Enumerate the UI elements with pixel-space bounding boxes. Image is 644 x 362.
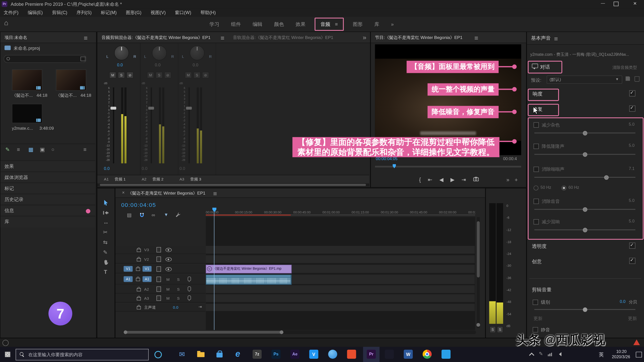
project-clip-3[interactable] — [12, 104, 42, 123]
level-value[interactable]: 0.0 — [620, 299, 626, 304]
clock-time[interactable]: 10:20 — [612, 349, 631, 354]
timeline-tab-close-icon[interactable]: × — [122, 190, 125, 195]
update-label-right[interactable]: 更新 — [628, 316, 637, 322]
target-track-a1[interactable]: A1 — [143, 276, 152, 282]
mixer-overflow-icon[interactable]: » — [363, 34, 367, 41]
menu-clip[interactable]: 剪辑(C) — [48, 8, 71, 17]
track-header-a3[interactable]: A3 M S — [115, 294, 206, 303]
taskbar-app-store[interactable] — [216, 352, 222, 357]
timeline-timecode[interactable]: 00:00:04:05 — [121, 202, 156, 208]
menu-file[interactable]: 文件(F) — [0, 8, 22, 17]
export-frame-icon[interactable] — [473, 176, 479, 185]
program-add-button-icon[interactable]: + — [515, 177, 518, 183]
panel-tab-markers[interactable]: 标记 — [1, 183, 95, 194]
clip-mixer-menu-icon[interactable]: ≡ — [221, 34, 224, 42]
program-menu-icon[interactable]: ≡ — [474, 34, 478, 42]
ripple-edit-tool[interactable]: ↔ — [103, 219, 109, 225]
mic-icon[interactable] — [188, 277, 191, 281]
tabs-overflow-icon[interactable]: » — [386, 18, 399, 31]
track-header-v2[interactable]: V2 — [115, 255, 206, 264]
tab-assembly[interactable]: 组件 — [226, 18, 246, 31]
delete-preset-icon[interactable] — [634, 76, 639, 82]
lane-v3[interactable] — [206, 246, 475, 254]
solo-button[interactable]: S — [177, 296, 180, 300]
lane-a3[interactable] — [206, 294, 475, 303]
solo-button[interactable]: S — [156, 72, 163, 78]
audio-clip[interactable] — [206, 275, 292, 285]
loudness-checkbox[interactable]: ✓ — [629, 90, 635, 96]
track-output-icon[interactable] — [166, 267, 172, 271]
pan-knob[interactable] — [152, 46, 167, 60]
video-clip[interactable]: fx 《鬓边不是海棠红 Winter Begonia》EP1.mp — [206, 265, 292, 273]
clip-mixer-tab[interactable]: 音频剪辑混合器:《鬓边不是海棠红 Winter Begonia》EP1 — [101, 32, 210, 42]
project-panel-menu-icon[interactable]: ≡ — [84, 34, 88, 42]
mixer-hscrollbar[interactable] — [97, 184, 369, 186]
menu-marker[interactable]: 标记(M) — [97, 8, 120, 17]
save-preset-icon[interactable] — [626, 76, 630, 81]
tab-learn[interactable]: 学习 — [205, 18, 224, 31]
search-in-icon[interactable] — [80, 57, 86, 61]
record-off-button[interactable]: ⊘ — [202, 72, 209, 78]
timeline-settings-icon[interactable] — [175, 212, 181, 219]
selection-tool[interactable] — [103, 199, 109, 207]
track-output-icon[interactable] — [166, 257, 172, 261]
track-header-master[interactable]: 主声道 0.0 ⇥ — [115, 304, 206, 311]
timeline-menu-icon[interactable]: ≡ — [213, 190, 217, 197]
taskbar-app-mail[interactable]: ✉ — [179, 350, 185, 359]
step-back-icon[interactable]: ◀ — [439, 176, 443, 185]
sync-lock-icon[interactable] — [156, 247, 161, 252]
solo-button[interactable]: S — [118, 72, 125, 78]
minimize-button[interactable]: — — [595, 1, 611, 5]
program-more-icon[interactable]: » — [506, 177, 509, 183]
edit-icon[interactable]: ✎ — [5, 147, 10, 153]
fader-value[interactable]: 0.0 — [142, 166, 147, 171]
mic-icon[interactable] — [188, 287, 191, 291]
menu-help[interactable]: 帮助(H) — [197, 8, 219, 17]
taskbar-app-7zip[interactable]: 7z — [253, 350, 262, 359]
mute-button[interactable]: M — [109, 72, 116, 78]
program-playhead[interactable] — [393, 164, 396, 168]
level-slider[interactable] — [534, 309, 635, 310]
solo-button[interactable]: S — [177, 287, 180, 291]
essential-sound-tab[interactable]: 基本声音 — [531, 32, 551, 44]
record-off-button[interactable]: ⊘ — [127, 72, 134, 78]
creative-checkbox[interactable]: ✓ — [629, 258, 635, 264]
mark-in-icon[interactable]: { — [419, 176, 421, 185]
sync-lock-icon[interactable] — [156, 287, 161, 292]
mute-button[interactable]: M — [166, 296, 170, 300]
lock-icon[interactable] — [137, 306, 141, 309]
panel-tab-info[interactable]: 信息 — [1, 205, 95, 216]
lane-v2[interactable] — [206, 255, 475, 264]
solo-button[interactable]: S — [177, 277, 180, 282]
tab-libraries[interactable]: 库 — [370, 18, 384, 31]
source-patch-a1[interactable]: A1 — [124, 276, 133, 282]
razor-tool[interactable]: ✂ — [103, 229, 108, 235]
icon-view-icon[interactable]: ▦ — [28, 147, 33, 153]
pan-knob[interactable] — [114, 46, 129, 60]
panel-tab-libraries[interactable]: 库 — [1, 216, 95, 228]
menu-window[interactable]: 窗口(W) — [171, 8, 195, 17]
start-button[interactable] — [5, 352, 10, 357]
repair-checkbox[interactable]: ✓ — [629, 106, 635, 112]
taskbar-app-blue[interactable] — [441, 350, 451, 359]
go-to-in-icon[interactable]: ⇤ — [428, 176, 432, 185]
project-search-box[interactable] — [4, 55, 87, 63]
taskbar-search-box[interactable]: 在这里输入你要搜索的内容 — [16, 349, 149, 360]
fader-value[interactable]: 0.0 — [104, 166, 110, 171]
essential-sound-menu-icon[interactable]: ≡ — [554, 35, 558, 42]
tab-effects[interactable]: 效果 — [291, 18, 310, 31]
fader-handle[interactable] — [110, 107, 116, 109]
target-track-v1[interactable]: V1 — [143, 266, 152, 272]
source-patch-v1[interactable]: V1 — [124, 266, 133, 272]
track-select-tool[interactable] — [103, 210, 109, 217]
mute-button[interactable]: M — [166, 277, 170, 282]
tab-color[interactable]: 颜色 — [269, 18, 289, 31]
notification-center-icon[interactable] — [636, 352, 642, 357]
sort-icon[interactable]: ≡ — [83, 147, 86, 153]
clock-date[interactable]: 2020/3/26 — [610, 355, 632, 359]
pan-value[interactable]: 0.0 — [117, 63, 123, 67]
close-button[interactable]: × — [630, 0, 640, 7]
taskbar-app-blue-circle[interactable] — [328, 350, 337, 359]
mute-button[interactable]: M — [166, 287, 170, 291]
panel-tab-effects[interactable]: 效果 — [1, 160, 95, 172]
